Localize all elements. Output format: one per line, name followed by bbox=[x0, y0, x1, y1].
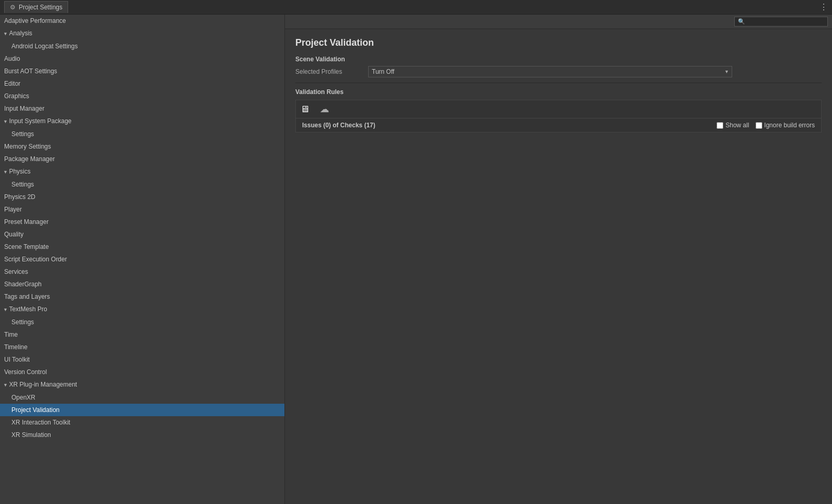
selected-profiles-label: Selected Profiles bbox=[295, 68, 363, 75]
sidebar-item-input-settings[interactable]: Settings bbox=[0, 128, 284, 140]
ignore-build-errors-checkbox[interactable] bbox=[756, 122, 762, 129]
tab-label: Project Settings bbox=[19, 4, 62, 11]
scene-validation-label: Scene Validation bbox=[295, 56, 822, 63]
sidebar-item-analysis[interactable]: Analysis bbox=[0, 27, 284, 40]
main-layout: Adaptive PerformanceAnalysisAndroid Logc… bbox=[0, 15, 832, 504]
search-input[interactable] bbox=[747, 19, 824, 25]
show-all-label: Show all bbox=[725, 122, 749, 129]
validation-rules-header: Validation Rules bbox=[295, 88, 822, 96]
sidebar-item-scene-template[interactable]: Scene Template bbox=[0, 241, 284, 253]
cloud-platform-icon[interactable]: ☁ bbox=[320, 103, 329, 115]
sidebar-item-preset-manager[interactable]: Preset Manager bbox=[0, 216, 284, 228]
sidebar-item-xr-plugin-management[interactable]: XR Plug-in Management bbox=[0, 378, 284, 391]
sidebar-item-editor[interactable]: Editor bbox=[0, 77, 284, 90]
sidebar-item-time[interactable]: Time bbox=[0, 328, 284, 341]
selected-profiles-row: Selected Profiles Turn Off bbox=[295, 66, 822, 77]
content-area: 🔍 Project Validation Scene Validation Se… bbox=[285, 15, 832, 504]
sidebar-item-shader-graph[interactable]: ShaderGraph bbox=[0, 278, 284, 290]
title-bar: ⚙ Project Settings ⋮ bbox=[0, 0, 832, 15]
sidebar-item-xr-simulation[interactable]: XR Simulation bbox=[0, 429, 284, 441]
sidebar-item-version-control[interactable]: Version Control bbox=[0, 366, 284, 378]
sidebar-item-textmesh-pro[interactable]: TextMesh Pro bbox=[0, 303, 284, 316]
selected-profiles-select[interactable]: Turn Off bbox=[368, 66, 732, 77]
content-panel: Project Validation Scene Validation Sele… bbox=[285, 29, 832, 504]
sidebar-item-services[interactable]: Services bbox=[0, 266, 284, 278]
sidebar-item-quality[interactable]: Quality bbox=[0, 228, 284, 241]
sidebar-item-physics-settings[interactable]: Settings bbox=[0, 178, 284, 191]
more-options-icon[interactable]: ⋮ bbox=[820, 2, 828, 12]
search-icon: 🔍 bbox=[738, 18, 745, 25]
validation-rules-section: Validation Rules 🖥 ☁ Issues (0) of Check… bbox=[295, 88, 822, 132]
ignore-build-errors-group: Ignore build errors bbox=[756, 122, 815, 129]
search-box[interactable]: 🔍 bbox=[734, 17, 828, 26]
show-all-checkbox[interactable] bbox=[717, 122, 723, 129]
issues-row: Issues (0) of Checks (17) Show all Ignor… bbox=[295, 118, 822, 132]
sidebar-item-burst-aot[interactable]: Burst AOT Settings bbox=[0, 65, 284, 77]
sidebar-item-input-system-package[interactable]: Input System Package bbox=[0, 115, 284, 128]
sidebar-item-audio[interactable]: Audio bbox=[0, 52, 284, 65]
sidebar-item-tags-and-layers[interactable]: Tags and Layers bbox=[0, 290, 284, 303]
platform-bar: 🖥 ☁ bbox=[295, 100, 822, 118]
sidebar-item-player[interactable]: Player bbox=[0, 203, 284, 216]
content-toolbar: 🔍 bbox=[285, 15, 832, 29]
sidebar-item-timeline[interactable]: Timeline bbox=[0, 341, 284, 353]
sidebar-item-openxr[interactable]: OpenXR bbox=[0, 391, 284, 404]
sidebar: Adaptive PerformanceAnalysisAndroid Logc… bbox=[0, 15, 285, 504]
divider bbox=[295, 83, 822, 83]
panel-title: Project Validation bbox=[295, 37, 822, 48]
sidebar-item-memory-settings[interactable]: Memory Settings bbox=[0, 140, 284, 153]
sidebar-item-graphics[interactable]: Graphics bbox=[0, 90, 284, 102]
issues-label: Issues (0) of Checks (17) bbox=[302, 122, 710, 129]
sidebar-item-script-execution-order[interactable]: Script Execution Order bbox=[0, 253, 284, 266]
sidebar-item-input-manager[interactable]: Input Manager bbox=[0, 102, 284, 115]
sidebar-item-adaptive-performance[interactable]: Adaptive Performance bbox=[0, 15, 284, 27]
gear-icon: ⚙ bbox=[10, 4, 16, 11]
sidebar-item-textmesh-settings[interactable]: Settings bbox=[0, 316, 284, 328]
project-settings-tab[interactable]: ⚙ Project Settings bbox=[4, 1, 68, 13]
show-all-group: Show all bbox=[717, 122, 749, 129]
sidebar-item-ui-toolkit[interactable]: UI Toolkit bbox=[0, 353, 284, 366]
sidebar-item-physics-2d[interactable]: Physics 2D bbox=[0, 191, 284, 203]
sidebar-item-physics[interactable]: Physics bbox=[0, 165, 284, 178]
sidebar-item-xr-interaction-toolkit[interactable]: XR Interaction Toolkit bbox=[0, 416, 284, 429]
sidebar-item-android-logcat[interactable]: Android Logcat Settings bbox=[0, 40, 284, 52]
sidebar-item-project-validation[interactable]: Project Validation bbox=[0, 404, 284, 416]
selected-profiles-dropdown[interactable]: Turn Off bbox=[368, 66, 732, 77]
ignore-build-errors-label: Ignore build errors bbox=[764, 122, 815, 129]
sidebar-item-package-manager[interactable]: Package Manager bbox=[0, 153, 284, 165]
desktop-platform-icon[interactable]: 🖥 bbox=[300, 104, 309, 115]
